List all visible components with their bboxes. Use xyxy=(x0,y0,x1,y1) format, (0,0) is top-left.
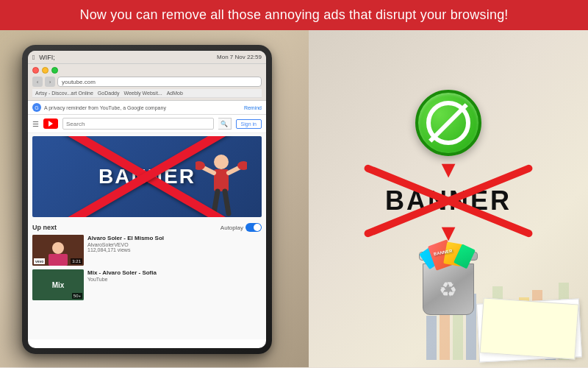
trash-can: BANNER ♻ xyxy=(419,249,478,315)
search-button[interactable]: 🔍 xyxy=(218,118,232,130)
tablet-outer:  WIFI; Mon 7 Nov 22:59 ‹ xyxy=(22,45,272,354)
menubar-clock: Mon 7 Nov 22:59 xyxy=(217,54,262,60)
no-symbol xyxy=(426,101,470,145)
back-button[interactable]: ‹ xyxy=(32,77,43,87)
youtube-play-icon xyxy=(49,121,53,127)
video-channel-2: YouTube xyxy=(87,277,262,282)
bookmarks-bar: Artsy - Discov...art Online GoDaddy Weeb… xyxy=(32,89,262,98)
toggle-circle xyxy=(254,224,261,231)
arrow-down-1: ▼ xyxy=(437,158,460,181)
video-count-badge: 50+ xyxy=(72,293,82,299)
no-ads-icon xyxy=(415,90,481,156)
up-next-section: Up next Autoplay xyxy=(28,220,266,307)
bookmark-1[interactable]: Artsy - Discov...art Online xyxy=(35,91,93,96)
minimize-button[interactable] xyxy=(42,67,49,74)
up-next-header: Up next Autoplay xyxy=(32,223,262,232)
video-duration-1: 3:21 xyxy=(71,258,82,264)
svg-point-9 xyxy=(52,242,64,254)
browser-window-controls xyxy=(32,67,262,74)
google-shield-icon: G xyxy=(32,103,41,112)
privacy-notice: G A privacy reminder from YouTube, a Goo… xyxy=(28,101,266,115)
arrow-down-2: ▼ xyxy=(437,221,460,244)
video-info-2: Mix - Alvaro Soler - Sofia YouTube xyxy=(87,269,262,300)
video-title-2: Mix - Alvaro Soler - Sofia xyxy=(87,269,262,277)
maximize-button[interactable] xyxy=(51,67,58,74)
url-text: youtube.com xyxy=(62,79,96,85)
page-content: G A privacy reminder from YouTube, a Goo… xyxy=(28,101,266,339)
tablet-screen:  WIFI; Mon 7 Nov 22:59 ‹ xyxy=(28,51,266,348)
remind-text: Remind xyxy=(244,105,262,110)
video-item-2[interactable]: Mix 50+ Mix - Alvaro Soler - Sofia YouTu… xyxy=(32,269,262,300)
hamburger-menu-icon[interactable]: ☰ xyxy=(32,120,39,128)
privacy-text: A privacy reminder from YouTube, a Googl… xyxy=(44,105,166,110)
apple-menu-icon:  xyxy=(32,54,35,61)
video-title-1: Alvaro Soler - El Mismo Sol xyxy=(87,235,262,242)
trash-area: BANNER ♻ xyxy=(419,249,478,315)
red-x-overlay xyxy=(32,136,262,217)
svg-text:Mix: Mix xyxy=(52,281,65,289)
video-thumbnail-1: vevo 3:21 xyxy=(32,235,84,266)
banner-crossed: BANNER xyxy=(373,183,523,219)
menubar:  WIFI; Mon 7 Nov 22:59 xyxy=(28,51,266,64)
youtube-header: ☰ 🔍 Sign in xyxy=(28,115,266,133)
header-text: Now you can remove all those annoying ad… xyxy=(79,7,508,22)
recycle-symbol: ♻ xyxy=(439,277,457,302)
address-bar[interactable]: youtube.com xyxy=(57,77,262,87)
x-line-2 xyxy=(32,136,262,217)
bookmark-4[interactable]: AdMob xyxy=(167,91,183,96)
video-info-1: Alvaro Soler - El Mismo Sol AlvaroSolerV… xyxy=(87,235,262,266)
browser-nav: ‹ › youtube.com xyxy=(32,77,262,87)
trash-papers: BANNER xyxy=(425,256,472,275)
wifi-icon: WIFI; xyxy=(39,54,55,61)
close-button[interactable] xyxy=(32,67,39,74)
banner-ad: BANNER xyxy=(32,136,262,217)
sign-in-button[interactable]: Sign in xyxy=(236,119,262,129)
main-content:  WIFI; Mon 7 Nov 22:59 ‹ xyxy=(0,30,588,367)
bookmark-2[interactable]: GoDaddy xyxy=(98,91,120,96)
svg-rect-10 xyxy=(49,254,68,266)
ad-removal-diagram: ▼ BANNER ▼ xyxy=(373,90,523,315)
video-channel-1: AlvaroSolerVEVO xyxy=(87,242,262,247)
forward-button[interactable]: › xyxy=(45,77,55,87)
autoplay-toggle-area[interactable]: Autoplay xyxy=(220,223,262,232)
browser-chrome: ‹ › youtube.com Artsy - Discov...art Onl… xyxy=(28,64,266,101)
banner-x-overlay xyxy=(370,179,527,223)
autoplay-label: Autoplay xyxy=(220,224,243,231)
autoplay-toggle[interactable] xyxy=(245,223,262,232)
up-next-label: Up next xyxy=(32,224,57,231)
video-item-1[interactable]: vevo 3:21 Alvaro Soler - El Mismo Sol Al… xyxy=(32,235,262,266)
video-thumbnail-2: Mix 50+ xyxy=(32,269,84,300)
menubar-left:  WIFI; xyxy=(32,54,55,61)
header-banner: Now you can remove all those annoying ad… xyxy=(0,0,588,30)
vevo-badge: vevo xyxy=(34,258,45,264)
svg-rect-13 xyxy=(426,316,437,360)
left-section:  WIFI; Mon 7 Nov 22:59 ‹ xyxy=(0,30,309,367)
search-input[interactable] xyxy=(62,118,214,130)
youtube-logo[interactable] xyxy=(43,118,58,129)
bookmark-3[interactable]: Weebly Websit... xyxy=(123,91,162,96)
video-views-1: 112,084,171 views xyxy=(87,247,262,252)
tablet-mockup:  WIFI; Mon 7 Nov 22:59 ‹ xyxy=(22,45,272,354)
right-section: ▼ BANNER ▼ xyxy=(309,30,588,367)
